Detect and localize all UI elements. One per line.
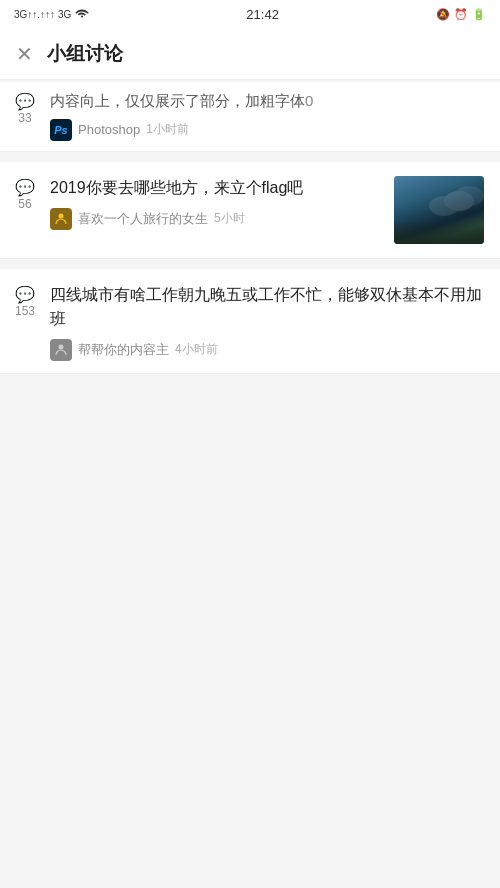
item-thumbnail <box>394 176 484 244</box>
status-bar: 3G↑↑.↑↑↑ 3G 21:42 🔕 ⏰ 🔋 <box>0 0 500 28</box>
post-time: 5小时 <box>214 210 245 227</box>
comment-bubble-icon: 💬 <box>15 178 35 197</box>
item-title: 内容向上，仅仅展示了部分，加粗字体0 <box>50 90 484 113</box>
comment-count: 33 <box>18 111 31 125</box>
list-item[interactable]: 💬 33 内容向上，仅仅展示了部分，加粗字体0 Ps Photoshop 1小时… <box>0 82 500 152</box>
item-meta: 喜欢一个人旅行的女生 5小时 <box>50 208 384 230</box>
mute-icon: 🔕 <box>436 8 450 21</box>
close-button[interactable]: ✕ <box>16 44 33 64</box>
item-left: 💬 56 <box>0 176 50 211</box>
item-text-area: 2019你要去哪些地方，来立个flag吧 喜欢一个人旅行的女生 5小时 <box>50 176 384 230</box>
header: ✕ 小组讨论 <box>0 28 500 80</box>
status-time: 21:42 <box>246 7 279 22</box>
item-meta: Ps Photoshop 1小时前 <box>50 119 484 141</box>
svg-point-0 <box>59 213 64 218</box>
status-left: 3G↑↑.↑↑↑ 3G <box>14 8 89 21</box>
item-title: 2019你要去哪些地方，来立个flag吧 <box>50 176 384 200</box>
item-title: 四线城市有啥工作朝九晚五或工作不忙，能够双休基本不用加班 <box>50 283 484 331</box>
comment-bubble-icon: 💬 <box>15 285 35 304</box>
author-avatar <box>50 339 72 361</box>
author-avatar <box>50 208 72 230</box>
divider <box>0 261 500 269</box>
comment-count: 56 <box>18 197 31 211</box>
svg-point-1 <box>59 344 64 349</box>
item-content: 2019你要去哪些地方，来立个flag吧 喜欢一个人旅行的女生 5小时 <box>50 176 484 244</box>
comment-count: 153 <box>15 304 35 318</box>
divider <box>0 154 500 162</box>
item-body: 四线城市有啥工作朝九晚五或工作不忙，能够双休基本不用加班 帮帮你的内容主 4小时… <box>50 283 484 361</box>
author-name: 帮帮你的内容主 <box>78 341 169 359</box>
item-body: 内容向上，仅仅展示了部分，加粗字体0 Ps Photoshop 1小时前 <box>50 90 484 141</box>
empty-area <box>0 376 500 776</box>
feed: 💬 33 内容向上，仅仅展示了部分，加粗字体0 Ps Photoshop 1小时… <box>0 80 500 374</box>
list-item[interactable]: 💬 153 四线城市有啥工作朝九晚五或工作不忙，能够双休基本不用加班 帮帮你的内… <box>0 269 500 374</box>
battery-icon: 🔋 <box>472 8 486 21</box>
status-right: 🔕 ⏰ 🔋 <box>436 8 486 21</box>
item-body: 2019你要去哪些地方，来立个flag吧 喜欢一个人旅行的女生 5小时 <box>50 176 484 244</box>
item-left: 💬 153 <box>0 283 50 318</box>
comment-bubble-icon: 💬 <box>15 92 35 111</box>
list-item[interactable]: 💬 56 2019你要去哪些地方，来立个flag吧 喜欢一个人旅行的女生 <box>0 162 500 259</box>
post-time: 1小时前 <box>146 121 189 138</box>
author-avatar: Ps <box>50 119 72 141</box>
wifi-icon <box>75 8 89 21</box>
item-meta: 帮帮你的内容主 4小时前 <box>50 339 484 361</box>
item-left: 💬 33 <box>0 90 50 125</box>
alarm-icon: ⏰ <box>454 8 468 21</box>
page-title: 小组讨论 <box>47 41 123 67</box>
post-time: 4小时前 <box>175 341 218 358</box>
author-name: Photoshop <box>78 122 140 137</box>
author-name: 喜欢一个人旅行的女生 <box>78 210 208 228</box>
signal-icon: 3G↑↑.↑↑↑ 3G <box>14 9 71 20</box>
